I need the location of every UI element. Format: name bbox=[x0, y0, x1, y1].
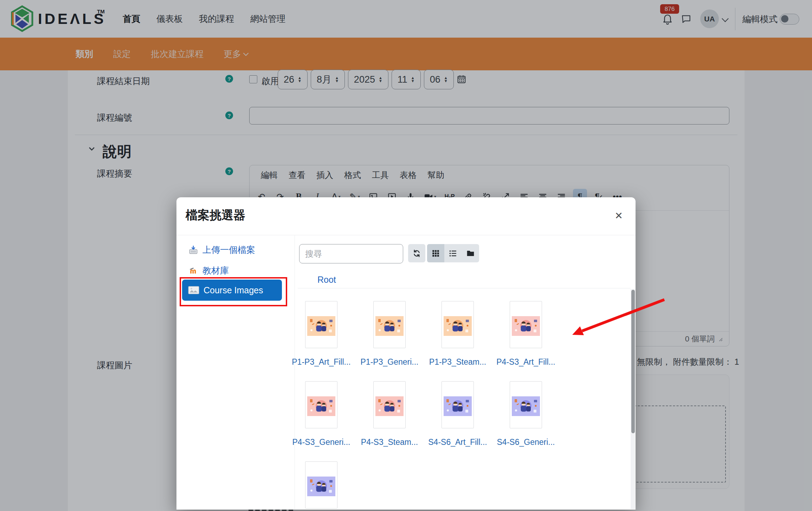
file-item: P1-P3_Generi... bbox=[373, 301, 406, 367]
file-picker-dialog: 檔案挑選器 ✕ 上傳一個檔案 教材庫 Co bbox=[176, 197, 636, 510]
view-toggle-group bbox=[427, 244, 479, 262]
file-item: P4-S3_Art_Fill... bbox=[510, 301, 542, 367]
page: IDEΛLS TM 首頁儀表板我的課程網站管理 876 UA 編輯模式 類別設定… bbox=[0, 0, 812, 511]
refresh-button[interactable] bbox=[408, 244, 425, 262]
upload-icon bbox=[188, 245, 198, 255]
file-item bbox=[305, 461, 337, 511]
file-thumbnail[interactable] bbox=[442, 381, 474, 428]
scrollbar-thumb[interactable] bbox=[631, 290, 635, 433]
file-name[interactable]: P1-P3_Steam... bbox=[421, 357, 495, 367]
repository-label: 上傳一個檔案 bbox=[202, 244, 255, 256]
file-name[interactable]: P1-P3_Generi... bbox=[353, 357, 426, 367]
file-name[interactable]: S4-S6_Art_Fill... bbox=[421, 437, 495, 447]
file-thumbnail[interactable] bbox=[442, 301, 474, 348]
file-name[interactable]: P4-S3_Art_Fill... bbox=[489, 357, 563, 367]
file-name[interactable]: P1-P3_Art_Fill... bbox=[284, 357, 358, 367]
file-thumbnail[interactable] bbox=[305, 301, 337, 348]
breadcrumb-root[interactable]: Root bbox=[317, 275, 336, 285]
list-icon bbox=[449, 249, 457, 258]
repository-content-bank[interactable]: 教材庫 bbox=[188, 265, 229, 276]
moodle-icon bbox=[188, 266, 198, 276]
grid-view-button[interactable] bbox=[427, 244, 444, 262]
file-item: P4-S3_Generi... bbox=[305, 381, 337, 447]
search-input[interactable] bbox=[299, 244, 403, 263]
folder-icon bbox=[466, 249, 475, 258]
annotation-highlight-box bbox=[180, 277, 287, 306]
repository-label: 教材庫 bbox=[202, 265, 229, 276]
file-item: S4-S6_Generi... bbox=[510, 381, 542, 447]
list-view-button[interactable] bbox=[444, 244, 462, 262]
refresh-icon bbox=[412, 249, 421, 258]
dialog-header-divider bbox=[176, 235, 636, 235]
file-thumbnail[interactable] bbox=[510, 301, 542, 348]
scrollbar[interactable] bbox=[631, 289, 635, 509]
file-thumbnail[interactable] bbox=[305, 381, 337, 428]
file-item: S4-S6_Art_Fill... bbox=[442, 381, 474, 447]
file-area-divider bbox=[298, 288, 631, 288]
grid-icon bbox=[431, 249, 440, 258]
tree-view-button[interactable] bbox=[462, 244, 479, 262]
dialog-title: 檔案挑選器 bbox=[186, 207, 245, 223]
file-thumbnail[interactable] bbox=[373, 301, 406, 348]
file-name[interactable]: S4-S6_Generi... bbox=[489, 437, 563, 447]
repository-upload-file[interactable]: 上傳一個檔案 bbox=[188, 244, 255, 256]
repository-panel-divider bbox=[295, 235, 295, 510]
file-grid: P1-P3_Art_Fill... P1-P3_Generi... P1-P3_… bbox=[305, 301, 542, 511]
file-item: P1-P3_Steam... bbox=[442, 301, 474, 367]
file-item: P4-S3_Steam... bbox=[373, 381, 406, 447]
file-item: P1-P3_Art_Fill... bbox=[305, 301, 337, 367]
file-thumbnail[interactable] bbox=[373, 381, 406, 428]
file-thumbnail[interactable] bbox=[305, 461, 337, 509]
file-thumbnail[interactable] bbox=[510, 381, 542, 428]
file-name[interactable]: P4-S3_Generi... bbox=[284, 437, 358, 447]
close-icon[interactable]: ✕ bbox=[615, 210, 623, 222]
file-name[interactable]: P4-S3_Steam... bbox=[353, 437, 426, 447]
